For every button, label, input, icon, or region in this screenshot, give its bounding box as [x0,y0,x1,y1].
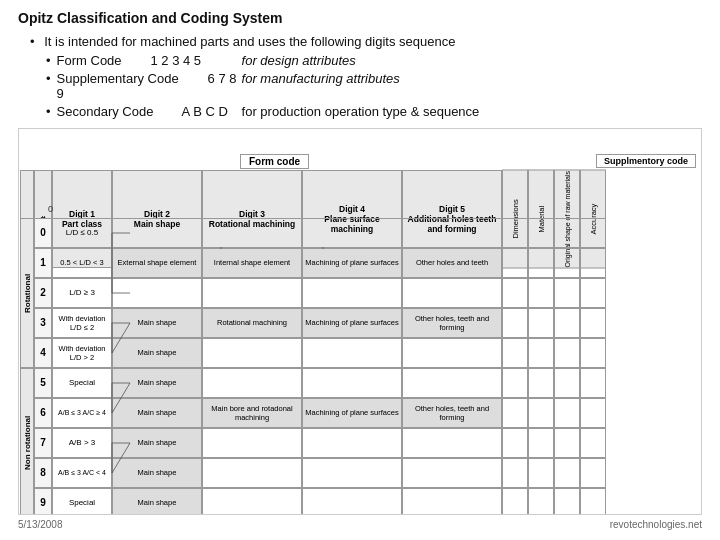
cell-d0-7: A/B > 3 [52,428,112,458]
form-code-label: Form Code 1 2 3 4 5 [57,53,242,68]
bullet-supp-code: Supplementary Code 6 7 8 9 for manufactu… [46,71,702,101]
cell-d0-1: 0.5 < L/D < 3 [52,248,112,278]
cell-d0-9: Special [52,488,112,516]
footer-url: revotechnologies.net [610,519,702,530]
bullet-form-code: Form Code 1 2 3 4 5 for design attribute… [46,53,702,68]
row-num-5: 5 [34,368,52,398]
grid-body: Rotational Non rotational 0 L/D ≤ 0.5 [20,218,700,516]
bullet-secondary-code: Secondary Code A B C D for production op… [46,104,702,119]
cell-d2-6: Main bore and rotadonal machining [202,398,302,428]
page-title: Opitz Classification and Coding System [18,10,702,26]
cell-d0-3: With deviation L/D ≤ 2 [52,308,112,338]
table-row: 4 With deviation L/D > 2 Main shape [20,338,700,368]
table-row: 0 L/D ≤ 0.5 [20,218,700,248]
row-num-8: 8 [34,458,52,488]
table-row: 2 L/D ≥ 3 [20,278,700,308]
row-num-4: 4 [34,338,52,368]
row-num-2: 2 [34,278,52,308]
cell-d2-1: Internal shape element [202,248,302,278]
cell-d4-6: Other holes, teeth and forming [402,398,502,428]
cell-d1-5: Main shape [112,368,202,398]
cell-d1-3: Main shape [112,308,202,338]
cell-d0-5: Special [52,368,112,398]
table-row: 5 Special Main shape [20,368,700,398]
row-num-9: 9 [34,488,52,516]
cell-d1-7: Main shape [112,428,202,458]
supp-code-label: Supplementary Code 6 7 8 9 [57,71,242,101]
row-num-7: 7 [34,428,52,458]
cell-d0-6: A/B ≤ 3 A/C ≥ 4 [52,398,112,428]
opitz-diagram: Form code Supplmentory code # Digit 1Par… [18,128,702,515]
table-row: 7 A/B > 3 Main shape [20,428,700,458]
table-row: 9 Special Main shape [20,488,700,516]
page: Opitz Classification and Coding System I… [0,0,720,540]
row-num-3: 3 [34,308,52,338]
row-num-0: 0 [34,218,52,248]
cell-d0-8: A/B ≤ 3 A/C < 4 [52,458,112,488]
cell-d0-2: L/D ≥ 3 [52,278,112,308]
supp-code-header: Supplmentory code [596,154,696,168]
table-row: 8 A/B ≤ 3 A/C < 4 Main shape [20,458,700,488]
cell-d2-3: Rotational machining [202,308,302,338]
cell-d1-4: Main shape [112,338,202,368]
secondary-code-label: Secondary Code A B C D [57,104,242,119]
cell-d3-1: Machining of plane surfaces [302,248,402,278]
diagram-inner: Form code Supplmentory code # Digit 1Par… [20,152,700,492]
table-row: 6 A/B ≤ 3 A/C ≥ 4 Main shape Main bore a… [20,398,700,428]
table-row: 3 With deviation L/D ≤ 2 Main shape Rota… [20,308,700,338]
side-label-nonrotational: Non rotational [20,368,34,516]
side-label-rotational: Rotational [20,218,34,368]
form-code-header: Form code [240,154,309,169]
cell-d0-4: With deviation L/D > 2 [52,338,112,368]
cell-d1-1: External shape element [112,248,202,278]
cell-d4-1: Other holes and teeth [402,248,502,278]
cell-d1-6: Main shape [112,398,202,428]
footer: 5/13/2008 revotechnologies.net [18,519,702,530]
table-row: 1 0.5 < L/D < 3 External shape element I… [20,248,700,278]
cell-d0-0: L/D ≤ 0.5 [52,218,112,248]
cell-d3-6: Machining of plane surfaces [302,398,402,428]
row-num-1: 1 [34,248,52,278]
footer-date: 5/13/2008 [18,519,63,530]
cell-d1-8: Main shape [112,458,202,488]
cell-d1-9: Main shape [112,488,202,516]
intro-bullet: It is intended for machined parts and us… [30,34,702,49]
row-num-6: 6 [34,398,52,428]
cell-d4-3: Other holes, teeth and forming [402,308,502,338]
cell-d3-3: Machining of plane surfaces [302,308,402,338]
